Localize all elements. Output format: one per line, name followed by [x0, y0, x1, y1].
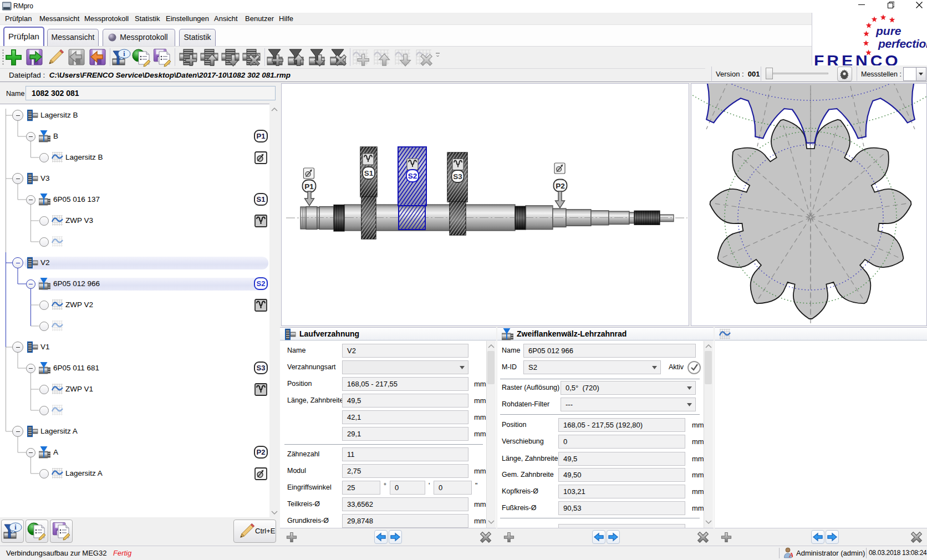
- svg-text:A: A: [789, 551, 793, 558]
- svg-text:P2: P2: [556, 182, 565, 190]
- svg-text:S1: S1: [364, 169, 374, 177]
- svg-text:S2: S2: [408, 172, 417, 180]
- svg-text:S3: S3: [453, 172, 462, 181]
- svg-text:P1: P1: [304, 182, 314, 191]
